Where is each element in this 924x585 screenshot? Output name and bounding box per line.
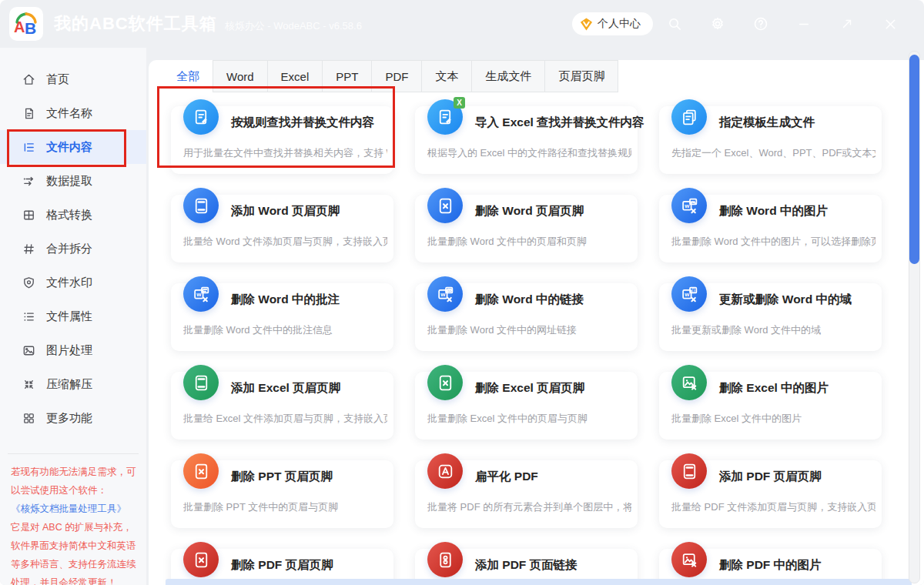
category-tabbar: 全部WordExcelPPTPDF文本生成文件页眉页脚 bbox=[149, 60, 924, 92]
tool-card-title: 删除 Excel 页眉页脚 bbox=[475, 380, 584, 396]
tools-grid-wrap: 按规则查找并替换文件内容用于批量在文件中查找并替换相关内容，支持 WorX导入 … bbox=[149, 92, 924, 585]
tool-card-title: 删除 Word 中的链接 bbox=[475, 292, 584, 308]
tool-card-5[interactable]: 删除 Word 页眉页脚批量删除 Word 文件中的页眉和页脚 bbox=[415, 195, 638, 262]
svg-text:w: w bbox=[684, 202, 690, 209]
page-header-footer-icon bbox=[671, 453, 707, 489]
titlebar-actions: 个人中心 bbox=[572, 8, 924, 39]
tab-2[interactable]: Word bbox=[213, 60, 268, 92]
sidebar-item-label: 文件属性 bbox=[46, 309, 92, 324]
word-field-x-icon: {}w bbox=[671, 276, 707, 312]
scrollbar-thumb[interactable] bbox=[909, 55, 919, 264]
tool-card-title: 删除 Word 中的批注 bbox=[231, 292, 340, 308]
tool-card-description: 批量删除 Excel 文件中的图片 bbox=[671, 412, 875, 426]
tool-card-description: 批量删除 Excel 文件中的页眉与页脚 bbox=[427, 412, 631, 426]
bottom-edge-strip bbox=[166, 579, 912, 585]
image-x-icon bbox=[671, 542, 707, 577]
page-x-icon bbox=[183, 453, 219, 489]
image-process-icon bbox=[22, 343, 36, 358]
tab-8[interactable]: 页眉页脚 bbox=[544, 60, 618, 92]
sidebar-item-3[interactable]: 文件内容 bbox=[0, 130, 146, 164]
more-features-icon bbox=[22, 411, 36, 426]
merge-split-icon bbox=[22, 242, 36, 256]
sidebar-item-label: 文件内容 bbox=[46, 140, 92, 155]
tool-card-2[interactable]: X导入 Excel 查找并替换文件内容根据导入的 Excel 中的文件路径和查找… bbox=[415, 106, 638, 174]
sidebar-item-7[interactable]: 文件水印 bbox=[0, 266, 146, 299]
tool-card-13[interactable]: 删除 PPT 页眉页脚批量删除 PPT 文件中的页眉与页脚 bbox=[171, 460, 393, 528]
tab-6[interactable]: 文本 bbox=[421, 60, 472, 92]
sidebar-item-6[interactable]: 合并拆分 bbox=[0, 232, 146, 266]
image-x-icon bbox=[671, 365, 707, 400]
tool-card-1[interactable]: 按规则查找并替换文件内容用于批量在文件中查找并替换相关内容，支持 Wor bbox=[171, 106, 393, 174]
word-link-x-icon: w bbox=[427, 276, 463, 312]
help-icon[interactable] bbox=[739, 8, 782, 39]
scrollbar-track[interactable] bbox=[909, 51, 920, 583]
tab-1[interactable]: 全部 bbox=[162, 60, 213, 92]
svg-text:A: A bbox=[14, 18, 25, 35]
settings-gear-icon[interactable] bbox=[696, 8, 739, 39]
tool-card-title: 删除 PDF 页眉页脚 bbox=[231, 557, 333, 573]
data-extract-icon bbox=[22, 174, 36, 189]
sidebar-item-label: 更多功能 bbox=[46, 411, 92, 426]
tool-card-description: 批量删除 Word 文件中的批注信息 bbox=[183, 323, 387, 337]
tab-5[interactable]: PDF bbox=[371, 60, 422, 92]
sidebar-nav: 首页文件名称文件内容数据提取格式转换合并拆分文件水印文件属性图片处理压缩解压更多… bbox=[0, 48, 146, 435]
tool-card-7[interactable]: w删除 Word 中的批注批量删除 Word 文件中的批注信息 bbox=[171, 283, 393, 351]
tool-card-description: 批量删除 Word 文件中的页眉和页脚 bbox=[427, 235, 631, 249]
tool-card-8[interactable]: w删除 Word 中的链接批量删除 Word 文件中的网址链接 bbox=[415, 283, 638, 351]
sidebar-item-label: 首页 bbox=[46, 72, 69, 87]
page-x-icon bbox=[427, 188, 463, 223]
sidebar-item-4[interactable]: 数据提取 bbox=[0, 164, 146, 198]
titlebar: A B 我的ABC软件工具箱 核烁办公 - WodeABC - v6.58.6 … bbox=[0, 0, 924, 48]
tool-card-description: 批量给 Word 文件添加页眉与页脚，支持嵌入页码 bbox=[183, 235, 387, 249]
tool-card-description: 先指定一个 Excel、Word、PPT、PDF或文本文件作 bbox=[671, 146, 875, 160]
tool-card-11[interactable]: 删除 Excel 页眉页脚批量删除 Excel 文件中的页眉与页脚 bbox=[415, 372, 638, 440]
tool-card-title: 删除 Word 中的图片 bbox=[719, 203, 828, 219]
footer-note-1: 若现有功能无法满足需求，可以尝试使用这个软件： bbox=[11, 466, 136, 496]
sidebar-item-5[interactable]: 格式转换 bbox=[0, 198, 146, 232]
tool-card-4[interactable]: 添加 Word 页眉页脚批量给 Word 文件添加页眉与页脚，支持嵌入页码 bbox=[171, 195, 393, 262]
sidebar-item-11[interactable]: 更多功能 bbox=[0, 401, 146, 435]
sidebar-item-9[interactable]: 图片处理 bbox=[0, 333, 146, 367]
tool-card-title: 添加 PDF 页眉页脚 bbox=[719, 469, 822, 485]
tab-7[interactable]: 生成文件 bbox=[471, 60, 545, 92]
compress-icon bbox=[22, 377, 36, 392]
sidebar-item-2[interactable]: 文件名称 bbox=[0, 96, 146, 130]
sidebar-item-1[interactable]: 首页 bbox=[0, 62, 146, 96]
pdf-link-icon bbox=[427, 542, 463, 577]
tool-card-9[interactable]: {}w更新或删除 Word 中的域批量更新或删除 Word 文件中的域 bbox=[659, 283, 882, 351]
close-icon[interactable] bbox=[869, 8, 912, 39]
tool-card-15[interactable]: 添加 PDF 页眉页脚批量给 PDF 文件添加页眉与页脚，支持嵌入页码 bbox=[659, 460, 882, 528]
sidebar-item-label: 文件水印 bbox=[46, 276, 92, 290]
page-x-icon bbox=[427, 365, 463, 400]
file-watermark-icon bbox=[22, 276, 36, 290]
footer-tool-link[interactable]: 《核烁文档批量处理工具》 bbox=[11, 500, 137, 518]
app-title: 我的ABC软件工具箱 bbox=[54, 12, 217, 35]
personal-center-button[interactable]: 个人中心 bbox=[572, 12, 653, 35]
sidebar-item-label: 图片处理 bbox=[46, 343, 92, 358]
search-icon[interactable] bbox=[653, 8, 696, 39]
sidebar-item-10[interactable]: 压缩解压 bbox=[0, 367, 146, 401]
format-convert-icon bbox=[22, 208, 36, 222]
tool-card-12[interactable]: 删除 Excel 中的图片批量删除 Excel 文件中的图片 bbox=[659, 372, 882, 440]
word-comment-x-icon: w bbox=[183, 276, 219, 312]
tool-card-10[interactable]: 添加 Excel 页眉页脚批量给 Excel 文件添加页眉与页脚，支持嵌入页码 bbox=[171, 372, 393, 440]
app-window: A B 我的ABC软件工具箱 核烁办公 - WodeABC - v6.58.6 … bbox=[0, 0, 924, 585]
tab-4[interactable]: PPT bbox=[322, 60, 372, 92]
app-logo: A B bbox=[9, 7, 43, 41]
footer-note-2: 它是对 ABC 的扩展与补充，软件界面支持简体中文和英语等多种语言、支持任务流连… bbox=[11, 522, 136, 585]
minimize-icon[interactable] bbox=[782, 8, 825, 39]
svg-text:w: w bbox=[196, 290, 202, 297]
tool-card-14[interactable]: 扁平化 PDF批量将 PDF 的所有元素合并到单个图层中，将复杂 bbox=[415, 460, 638, 528]
sidebar-item-label: 格式转换 bbox=[46, 208, 92, 222]
template-copy-icon bbox=[671, 99, 707, 135]
tab-3[interactable]: Excel bbox=[267, 60, 323, 92]
tool-card-6[interactable]: w删除 Word 中的图片批量删除 Word 文件中的图片，可以选择删除页眉 bbox=[659, 195, 882, 262]
tool-card-title: 添加 Excel 页眉页脚 bbox=[231, 380, 340, 396]
personal-center-label: 个人中心 bbox=[598, 17, 641, 31]
tool-card-3[interactable]: 指定模板生成文件先指定一个 Excel、Word、PPT、PDF或文本文件作 bbox=[659, 106, 882, 174]
sidebar-item-8[interactable]: 文件属性 bbox=[0, 299, 146, 333]
doc-edit-icon bbox=[183, 99, 219, 135]
svg-text:w: w bbox=[440, 290, 446, 297]
tool-card-title: 删除 PDF 中的图片 bbox=[719, 557, 822, 573]
resize-icon[interactable] bbox=[825, 8, 869, 39]
